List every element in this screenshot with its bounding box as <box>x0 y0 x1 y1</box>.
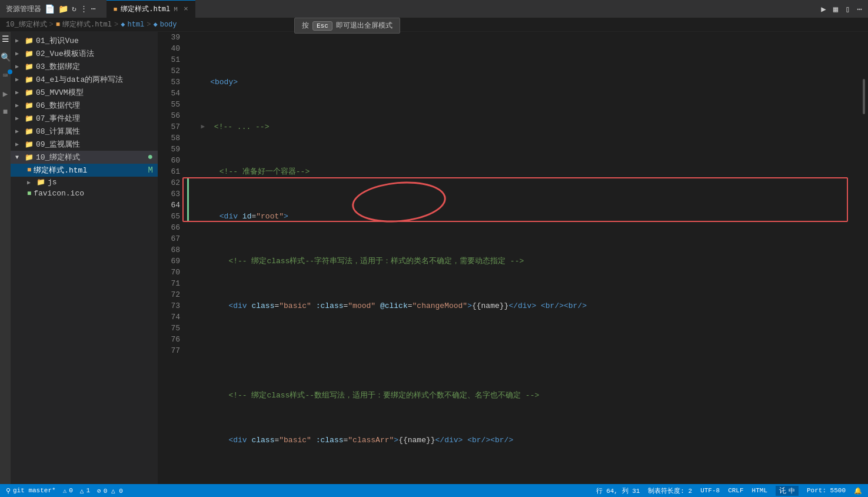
explorer-icon: ☰ <box>2 35 9 44</box>
sidebar-item-06[interactable]: ▶ 📁 06_数据代理 <box>11 99 158 112</box>
ln-39: 39 <box>158 32 180 43</box>
editor[interactable]: 39 40 51 52 53 54 55 56 57 58 59 60 61 6… <box>158 32 868 484</box>
breadcrumb-file[interactable]: 绑定样式.html <box>62 19 112 29</box>
breadcrumb-part-1[interactable]: 10_绑定样式 <box>6 19 47 29</box>
warnings-icon: △ <box>80 487 84 495</box>
status-encoding[interactable]: UTF-8 <box>700 486 720 496</box>
sidebar-item-07[interactable]: ▶ 📁 07_事件处理 <box>11 112 158 125</box>
code-line-54: <div class = "basic" :class = "mood" @cl… <box>192 300 860 312</box>
sidebar-item-08[interactable]: ▶ 📁 08_计算属性 <box>11 125 158 138</box>
status-warnings[interactable]: △ 1 <box>80 487 90 495</box>
info-count: 0 △ 0 <box>104 487 123 495</box>
folder-icon-06: 📁 <box>25 101 34 110</box>
folder-icon-10: 📁 <box>25 153 34 162</box>
breadcrumb: 10_绑定样式 > ■ 绑定样式.html > ◆ html > ◆ body <box>0 18 868 32</box>
status-notifications[interactable]: 🔔 <box>854 486 862 496</box>
ln-67: 67 <box>158 233 180 244</box>
collapse-arrow-03: ▶ <box>15 63 22 70</box>
activity-bar: ☰ 🔍 ⌨ ▶ ■ <box>0 32 11 484</box>
ln-40: 40 <box>158 43 180 54</box>
folder-icon-05: 📁 <box>25 88 34 97</box>
folder-label-07: 07_事件处理 <box>36 113 80 124</box>
sidebar-item-05[interactable]: ▶ 📁 05_MVVM模型 <box>11 86 158 99</box>
file-icon-favicon: ■ <box>27 190 31 198</box>
ln-72: 72 <box>158 289 180 300</box>
sidebar-item-02[interactable]: ▶ 📁 02_Vue模板语法 <box>11 47 158 60</box>
code-area[interactable]: 39 40 51 52 53 54 55 56 57 58 59 60 61 6… <box>158 32 868 484</box>
git-icon[interactable]: ⌨ <box>1 71 10 81</box>
collapse-arrow-10: ▼ <box>15 154 22 161</box>
status-line-ending[interactable]: CRLF <box>728 486 743 496</box>
layout-icon[interactable]: ▯ <box>845 4 850 14</box>
esc-notice: 按 Esc 即可退出全屏模式 <box>294 18 400 34</box>
folder-icon-01: 📁 <box>25 37 34 45</box>
sidebar-item-03[interactable]: ▶ 📁 03_数据绑定 <box>11 60 158 73</box>
breadcrumb-sep-2: > <box>114 21 118 29</box>
refresh-icon[interactable]: ↻ <box>72 4 77 14</box>
collapse-icon[interactable]: ⋮ <box>80 4 88 14</box>
code-line-53: <!-- 绑定class样式--字符串写法，适用于：样式的类名不确定，需要动态指… <box>192 256 860 267</box>
split-editor-icon[interactable]: ▦ <box>833 4 838 14</box>
tab-size-label: 制表符长度: 2 <box>648 486 692 495</box>
ln-55: 55 <box>158 99 180 110</box>
tab-close-icon[interactable]: × <box>184 5 188 14</box>
code-line-58 <box>192 479 860 484</box>
sidebar-item-04[interactable]: ▶ 📁 04_el与data的两种写法 <box>11 73 158 86</box>
folder-icon-07: 📁 <box>25 114 34 123</box>
status-git[interactable]: ⚲ git master* <box>6 487 56 495</box>
git-branch-label: git master* <box>13 487 56 494</box>
collapse-icon-40[interactable]: ▶ <box>201 121 205 132</box>
more-icon[interactable]: ⋯ <box>91 4 96 14</box>
status-tab-size[interactable]: 制表符长度: 2 <box>648 486 692 496</box>
ln-53: 53 <box>158 77 180 88</box>
breadcrumb-body[interactable]: body <box>160 21 177 29</box>
scrollbar-thumb[interactable] <box>863 79 865 114</box>
file-label-favicon: favicon.ico <box>34 189 84 198</box>
breadcrumb-html[interactable]: html <box>127 21 144 29</box>
status-line-col[interactable]: 行 64, 列 31 <box>596 486 640 496</box>
ln-56: 56 <box>158 110 180 121</box>
more-actions-icon[interactable]: ⋯ <box>857 4 862 14</box>
language-label: HTML <box>752 487 767 494</box>
minimap[interactable] <box>860 32 868 484</box>
explorer-label: 资源管理器 <box>6 4 41 14</box>
extensions-icon[interactable]: ■ <box>1 107 10 117</box>
ln-73: 73 <box>158 300 180 312</box>
encoding-label: UTF-8 <box>700 487 720 494</box>
sidebar-item-01[interactable]: ▶ 📁 01_初识Vue <box>11 34 158 47</box>
new-folder-icon[interactable]: 📁 <box>58 4 68 14</box>
warnings-count: 1 <box>86 487 90 494</box>
sidebar-item-favicon[interactable]: ■ favicon.ico <box>11 188 158 199</box>
breadcrumb-part-2[interactable]: ■ <box>56 21 60 29</box>
run-icon[interactable]: ▶ <box>821 4 826 14</box>
status-language[interactable]: HTML <box>752 486 767 496</box>
status-errors[interactable]: ⚠ 0 <box>63 487 73 495</box>
folder-label-01: 01_初识Vue <box>36 35 79 46</box>
file-label-binding: 绑定样式.html <box>34 165 87 175</box>
tab-binding-style[interactable]: ■ 绑定样式.html M × <box>107 0 195 18</box>
line-numbers: 39 40 51 52 53 54 55 56 57 58 59 60 61 6… <box>158 32 187 484</box>
sidebar-item-binding[interactable]: ■ 绑定样式.html M <box>11 164 158 177</box>
sidebar-item-10[interactable]: ▼ 📁 10_绑定样式 ● <box>11 151 158 164</box>
status-info[interactable]: ⊘ 0 △ 0 <box>97 487 123 495</box>
titlebar: 资源管理器 📄 📁 ↻ ⋮ ⋯ ■ 绑定样式.html M × ▶ ▦ ▯ ⋯ <box>0 0 868 18</box>
tab-file-icon: ■ <box>114 6 118 13</box>
folder-label-03: 03_数据绑定 <box>36 61 80 72</box>
gutter-change-indicator <box>187 177 189 222</box>
sidebar-item-js[interactable]: ▶ 📁 js <box>11 177 158 188</box>
ln-54: 54 <box>158 88 180 99</box>
breadcrumb-body-icon: ◆ <box>153 20 157 29</box>
ln-66: 66 <box>158 222 180 233</box>
new-file-icon[interactable]: 📄 <box>45 4 55 14</box>
collapse-arrow-02: ▶ <box>15 50 22 57</box>
code-content[interactable]: <body> ▶ <!-- ... --> <!-- 准备好一个容器--> <d… <box>187 32 860 484</box>
sidebar-item-09[interactable]: ▶ 📁 09_监视属性 <box>11 138 158 151</box>
status-ime[interactable]: 讬 中 <box>776 486 799 496</box>
code-line-39: <body> <box>192 77 860 88</box>
search-icon[interactable]: 🔍 <box>1 52 10 62</box>
activity-item-explorer[interactable]: ☰ <box>2 34 9 44</box>
status-port[interactable]: Port: 5500 <box>807 486 846 496</box>
debug-icon[interactable]: ▶ <box>1 89 10 99</box>
errors-label: 0 <box>69 487 73 494</box>
code-line-56: <!-- 绑定class样式--数组写法，适用于：要绑定的样式个数不确定、名字也… <box>192 390 860 401</box>
